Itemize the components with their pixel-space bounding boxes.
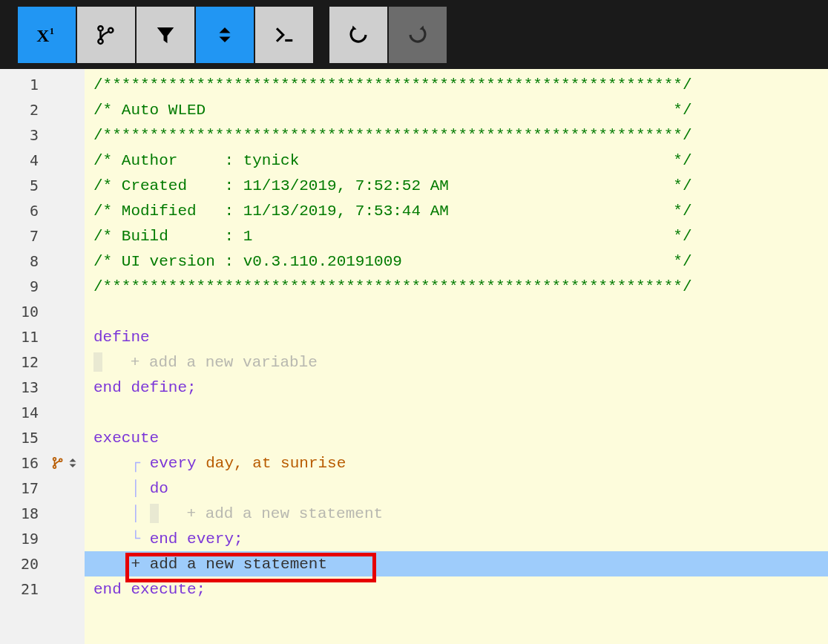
code-line[interactable]: │ do <box>85 476 828 501</box>
line-number: 8 <box>0 249 46 274</box>
terminal-icon <box>273 24 295 46</box>
gutter-marker-row[interactable] <box>46 450 85 476</box>
code-line[interactable]: define <box>85 324 828 349</box>
code-line[interactable]: └ end every; <box>85 526 828 551</box>
svg-point-6 <box>53 458 56 461</box>
line-number: 11 <box>0 324 46 349</box>
marker-gutter <box>46 69 85 644</box>
code-line[interactable]: execute <box>85 425 828 450</box>
add-variable-placeholder[interactable]: + add a new variable <box>85 349 828 375</box>
svg-text:1: 1 <box>50 25 54 36</box>
redo-button[interactable] <box>389 7 447 63</box>
code-line[interactable]: end execute; <box>85 576 828 602</box>
code-line[interactable]: /* Author : tynick */ <box>85 148 828 173</box>
code-line[interactable]: /* Modified : 11/13/2019, 7:53:44 AM */ <box>85 198 828 223</box>
add-statement-placeholder[interactable]: │ + add a new statement <box>85 501 828 526</box>
code-line[interactable]: /* Build : 1 */ <box>85 223 828 249</box>
branch-icon <box>95 24 117 46</box>
svg-text:X: X <box>36 25 49 45</box>
line-number: 5 <box>0 173 46 198</box>
svg-point-7 <box>53 465 56 468</box>
code-area[interactable]: /***************************************… <box>85 69 828 644</box>
line-number: 13 <box>0 375 46 400</box>
redo-icon <box>407 24 429 46</box>
toolbar: X 1 <box>0 0 828 69</box>
line-number: 17 <box>0 476 46 501</box>
sort-icon <box>66 456 79 470</box>
line-number: 3 <box>0 122 46 148</box>
line-number: 6 <box>0 198 46 223</box>
line-number: 1 <box>0 72 46 97</box>
add-statement-selected[interactable]: + add a new statement <box>85 551 828 576</box>
sort-icon <box>214 24 236 46</box>
code-line[interactable]: /***************************************… <box>85 72 828 97</box>
terminal-button[interactable] <box>255 7 313 63</box>
filter-button[interactable] <box>137 7 194 63</box>
line-number: 4 <box>0 148 46 173</box>
svg-point-4 <box>108 27 113 32</box>
line-number: 21 <box>0 576 46 602</box>
line-number: 18 <box>0 501 46 526</box>
code-line[interactable] <box>85 299 828 324</box>
svg-point-8 <box>59 459 62 461</box>
undo-button[interactable] <box>329 7 387 63</box>
line-number-gutter: 1 2 3 4 5 6 7 8 9 10 11 12 13 14 15 16 1… <box>0 69 46 644</box>
line-number: 12 <box>0 349 46 375</box>
branch-icon <box>51 456 65 470</box>
line-number: 7 <box>0 223 46 249</box>
sort-button[interactable] <box>196 7 254 63</box>
line-number: 10 <box>0 299 46 324</box>
expression-button[interactable]: X 1 <box>18 7 76 63</box>
line-number: 9 <box>0 274 46 299</box>
line-number: 16 <box>0 450 46 476</box>
code-line[interactable]: /* Created : 11/13/2019, 7:52:52 AM */ <box>85 173 828 198</box>
filter-icon <box>154 24 177 46</box>
svg-point-2 <box>98 26 102 30</box>
code-line[interactable] <box>85 400 828 425</box>
code-line[interactable]: /***************************************… <box>85 122 828 148</box>
line-number: 2 <box>0 97 46 122</box>
code-line[interactable]: ┌ every day, at sunrise <box>85 450 828 476</box>
code-line[interactable]: /* Auto WLED */ <box>85 97 828 122</box>
line-number: 20 <box>0 551 46 576</box>
code-line[interactable]: end define; <box>85 375 828 400</box>
line-number: 15 <box>0 425 46 450</box>
branch-button[interactable] <box>77 7 135 63</box>
undo-icon <box>347 24 369 46</box>
expression-icon: X 1 <box>36 24 58 46</box>
line-number: 19 <box>0 526 46 551</box>
code-line[interactable]: /* UI version : v0.3.110.20191009 */ <box>85 249 828 274</box>
line-number: 14 <box>0 400 46 425</box>
code-line[interactable]: /***************************************… <box>85 274 828 299</box>
svg-point-3 <box>98 39 102 43</box>
editor: 1 2 3 4 5 6 7 8 9 10 11 12 13 14 15 16 1… <box>0 69 828 644</box>
